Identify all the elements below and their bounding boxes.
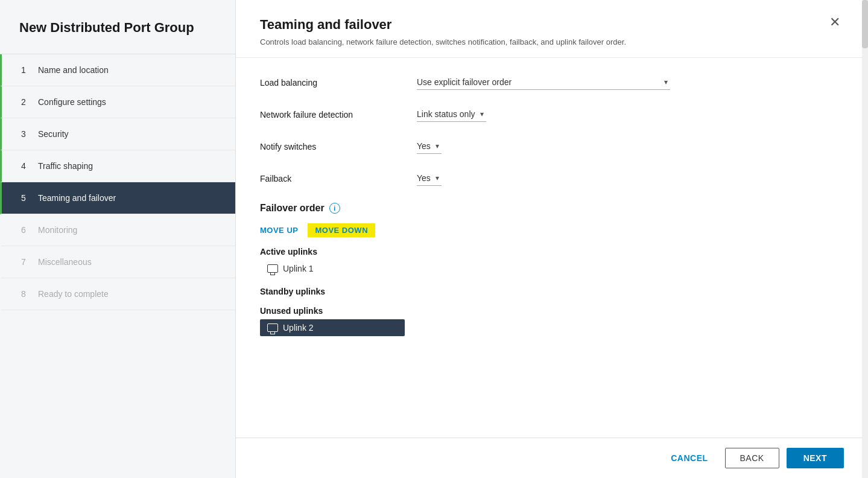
load-balancing-control: Use explicit failover order ▾	[417, 75, 670, 90]
load-balancing-row: Load balancing Use explicit failover ord…	[260, 75, 844, 90]
notify-switches-control: Yes ▾	[417, 139, 670, 154]
next-button[interactable]: NEXT	[787, 448, 844, 468]
sidebar-step-5[interactable]: 5 Teaming and failover	[0, 182, 235, 214]
move-down-button[interactable]: MOVE DOWN	[308, 223, 375, 237]
back-button[interactable]: BACK	[725, 448, 779, 468]
step-label-6: Monitoring	[38, 225, 77, 235]
notify-switches-chevron-icon: ▾	[436, 142, 439, 150]
action-buttons: MOVE UP MOVE DOWN	[260, 223, 844, 237]
sidebar-step-1[interactable]: 1 Name and location	[0, 54, 235, 86]
step-label-2: Configure settings	[38, 97, 106, 107]
main-subtitle: Controls load balancing, network failure…	[260, 37, 626, 46]
failback-control: Yes ▾	[417, 171, 670, 186]
sidebar-step-6: 6 Monitoring	[0, 214, 235, 246]
failback-select[interactable]: Yes ▾	[417, 171, 442, 186]
sidebar: New Distributed Port Group 1 Name and lo…	[0, 0, 236, 478]
steps-list: 1 Name and location 2 Configure settings…	[0, 54, 235, 310]
active-uplinks-label: Active uplinks	[260, 247, 844, 257]
main-header: Teaming and failover Controls load balan…	[236, 0, 868, 58]
dialog-title: New Distributed Port Group	[0, 0, 235, 54]
failover-order-title-text: Failover order	[260, 203, 325, 214]
step-label-1: Name and location	[38, 65, 109, 75]
network-failure-value: Link status only	[417, 109, 475, 119]
main-title: Teaming and failover	[260, 17, 626, 33]
step-number-7: 7	[21, 257, 31, 267]
network-failure-select[interactable]: Link status only ▾	[417, 107, 486, 122]
step-label-7: Miscellaneous	[38, 257, 92, 267]
failover-order-title: Failover order i	[260, 203, 844, 214]
sidebar-step-7: 7 Miscellaneous	[0, 246, 235, 278]
step-label-5: Teaming and failover	[38, 193, 116, 203]
load-balancing-label: Load balancing	[260, 78, 417, 88]
uplink-1-icon	[267, 264, 278, 273]
scrollbar-thumb[interactable]	[862, 0, 868, 48]
step-number-3: 3	[21, 129, 31, 139]
scrollbar-track[interactable]	[862, 0, 868, 478]
main-body: Load balancing Use explicit failover ord…	[236, 58, 868, 438]
uplink-1-item[interactable]: Uplink 1	[260, 260, 405, 277]
unused-uplinks-label: Unused uplinks	[260, 306, 844, 316]
move-up-button[interactable]: MOVE UP	[260, 223, 298, 237]
step-number-2: 2	[21, 97, 31, 107]
title-area: Teaming and failover Controls load balan…	[260, 17, 626, 46]
uplink-2-icon	[267, 323, 278, 332]
step-label-8: Ready to complete	[38, 289, 109, 299]
notify-switches-select[interactable]: Yes ▾	[417, 139, 442, 154]
uplink-1-label: Uplink 1	[283, 264, 314, 273]
failback-label: Failback	[260, 174, 417, 183]
cancel-button[interactable]: CANCEL	[661, 448, 717, 468]
close-button[interactable]: ✕	[826, 14, 844, 30]
step-number-4: 4	[21, 161, 31, 171]
load-balancing-value: Use explicit failover order	[417, 77, 512, 87]
sidebar-step-2[interactable]: 2 Configure settings	[0, 86, 235, 118]
failback-value: Yes	[417, 173, 431, 183]
load-balancing-chevron-icon: ▾	[664, 78, 668, 86]
failover-order-section: Failover order i MOVE UP MOVE DOWN Activ…	[260, 203, 844, 336]
load-balancing-select[interactable]: Use explicit failover order ▾	[417, 75, 670, 90]
sidebar-step-8: 8 Ready to complete	[0, 278, 235, 310]
step-number-1: 1	[21, 65, 31, 75]
step-number-6: 6	[21, 225, 31, 235]
notify-switches-row: Notify switches Yes ▾	[260, 139, 844, 154]
network-failure-chevron-icon: ▾	[480, 110, 484, 118]
network-failure-control: Link status only ▾	[417, 107, 670, 122]
standby-uplinks-label: Standby uplinks	[260, 287, 844, 296]
new-distributed-port-group-dialog: New Distributed Port Group 1 Name and lo…	[0, 0, 868, 478]
main-footer: CANCEL BACK NEXT	[236, 438, 868, 478]
network-failure-label: Network failure detection	[260, 110, 417, 119]
step-number-5: 5	[21, 193, 31, 203]
step-label-4: Traffic shaping	[38, 161, 93, 171]
failback-chevron-icon: ▾	[436, 174, 439, 182]
network-failure-row: Network failure detection Link status on…	[260, 107, 844, 122]
uplink-2-label: Uplink 2	[283, 323, 314, 333]
info-icon[interactable]: i	[329, 203, 340, 214]
step-label-3: Security	[38, 129, 69, 139]
uplink-2-item[interactable]: Uplink 2	[260, 319, 405, 336]
main-content: Teaming and failover Controls load balan…	[236, 0, 868, 478]
notify-switches-label: Notify switches	[260, 142, 417, 151]
notify-switches-value: Yes	[417, 141, 431, 151]
failback-row: Failback Yes ▾	[260, 171, 844, 186]
step-number-8: 8	[21, 289, 31, 299]
sidebar-step-3[interactable]: 3 Security	[0, 118, 235, 150]
sidebar-step-4[interactable]: 4 Traffic shaping	[0, 150, 235, 182]
